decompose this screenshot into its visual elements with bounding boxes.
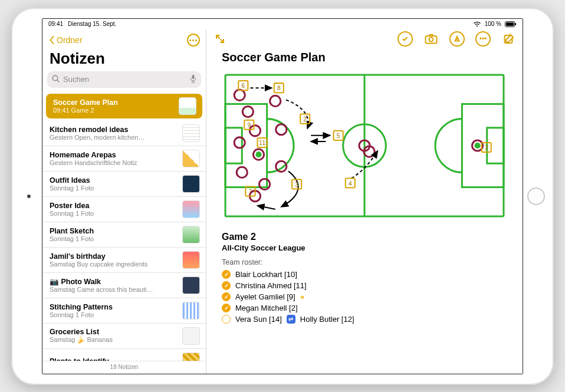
note-row[interactable]: Jamil's birthdaySamstag Buy cupcake ingr…	[42, 248, 206, 273]
svg-point-19	[234, 137, 245, 147]
status-bar: 09:41 Dienstag 15. Sept. 100 %	[42, 19, 523, 29]
roster-label: Team roster:	[222, 258, 507, 266]
roster-checkbox[interactable]	[222, 292, 231, 301]
note-row-subtitle: Sonntag 1 Foto	[50, 210, 178, 217]
roster-checkbox[interactable]	[222, 315, 231, 324]
note-thumbnail	[182, 353, 200, 361]
roster-name: Vera Sun [14]	[235, 315, 282, 324]
note-row[interactable]: Plant SketchSonntag 1 Foto	[42, 222, 206, 248]
svg-rect-15	[487, 127, 504, 163]
note-row-title: Poster Idea	[50, 202, 178, 210]
expand-button[interactable]	[212, 31, 228, 47]
search-input[interactable]: Suchen	[47, 71, 201, 88]
note-thumbnail	[182, 124, 200, 142]
note-row[interactable]: 📷 Photo WalkSamstag Came across this bea…	[42, 273, 206, 298]
roster-checkbox[interactable]	[222, 304, 231, 312]
svg-point-7	[429, 37, 433, 41]
sidebar-more-button[interactable]: •••	[187, 34, 200, 47]
svg-point-30	[255, 151, 261, 157]
note-row[interactable]: Poster IdeaSonntag 1 Foto	[42, 197, 206, 222]
svg-point-22	[236, 167, 247, 177]
roster-name: Blair Lockhart [10]	[235, 270, 297, 279]
roster-checkbox[interactable]	[222, 281, 231, 290]
camera-button[interactable]	[423, 31, 439, 47]
captain-dot-icon: ●	[300, 292, 305, 301]
note-row-title: Outfit Ideas	[50, 176, 178, 185]
roster-item[interactable]: Blair Lockhart [10]	[222, 269, 507, 280]
back-button[interactable]: Ordner	[48, 35, 83, 45]
note-row-subtitle: Sonntag 1 Foto	[50, 185, 178, 192]
svg-text:8: 8	[277, 85, 281, 91]
svg-text:5: 5	[337, 132, 340, 139]
note-row-subtitle: Samstag Came across this beauti…	[50, 286, 178, 293]
dictation-icon[interactable]	[190, 74, 196, 85]
note-row[interactable]: Stitching PatternsSonntag 1 Foto	[42, 298, 206, 324]
checklist-button[interactable]	[398, 31, 413, 47]
note-row[interactable]: Plants to Identify	[42, 349, 206, 361]
note-row-subtitle: Sonntag 1 Foto	[50, 311, 178, 318]
note-title: Soccer Game Plan	[222, 51, 507, 64]
svg-rect-5	[192, 75, 195, 79]
note-row[interactable]: Homemade ArepasGestern Handschriftliche …	[42, 146, 206, 172]
note-toolbar: •••	[206, 29, 523, 48]
note-row-title: Kitchen remodel ideas	[50, 126, 178, 134]
note-row[interactable]: Soccer Game Plan09:41 Game 2	[46, 94, 202, 118]
note-thumbnail	[182, 251, 200, 269]
note-row-title: Homemade Arepas	[50, 151, 178, 159]
roster-checkbox[interactable]	[222, 270, 231, 279]
note-body[interactable]: Soccer Game Plan	[206, 48, 523, 374]
back-label: Ordner	[57, 35, 83, 45]
note-row-subtitle: Samstag 🍌 Bananas	[50, 336, 178, 344]
roster-swap-name: Holly Butler [12]	[300, 315, 354, 324]
note-row-title: Stitching Patterns	[50, 303, 178, 311]
svg-text:9: 9	[248, 121, 251, 128]
notes-list[interactable]: Soccer Game Plan09:41 Game 2Kitchen remo…	[42, 91, 206, 361]
swap-icon: ⇄	[287, 315, 295, 324]
search-placeholder: Suchen	[63, 75, 89, 84]
note-thumbnail	[182, 226, 200, 243]
battery-icon	[505, 21, 517, 27]
note-row-subtitle: Samstag Buy cupcake ingredients	[50, 261, 178, 268]
sidebar-title: Notizen	[42, 48, 206, 71]
note-row[interactable]: Groceries ListSamstag 🍌 Bananas	[42, 324, 206, 349]
markup-button[interactable]	[449, 31, 465, 47]
roster-list: Blair Lockhart [10]Christina Ahmed [11]A…	[222, 269, 507, 325]
sidebar-header: Ordner •••	[42, 29, 206, 48]
note-subtitle: Game 2	[222, 232, 507, 242]
note-row-subtitle: Gestern Handschriftliche Notiz	[50, 159, 178, 166]
note-row-title: Plant Sketch	[50, 227, 178, 235]
note-row-title: Groceries List	[50, 328, 178, 336]
svg-point-25	[276, 124, 287, 134]
soccer-field-sketch: 68291153743	[222, 69, 507, 222]
roster-item[interactable]: Vera Sun [14] ⇄ Holly Butler [12]	[222, 314, 507, 325]
note-row[interactable]: Kitchen remodel ideasGestern Open, moder…	[42, 121, 206, 146]
roster-item[interactable]: Ayelet Gamliel [9] ●	[222, 291, 507, 302]
note-thumbnail	[182, 175, 200, 193]
statusbar-battery-text: 100 %	[485, 21, 501, 27]
svg-point-16	[234, 90, 245, 100]
roster-item[interactable]: Christina Ahmed [11]	[222, 280, 507, 291]
note-thumbnail	[182, 302, 200, 319]
note-thumbnail	[182, 200, 200, 218]
note-thumbnail	[182, 150, 200, 167]
sidebar: Ordner ••• Notizen Suchen	[42, 29, 206, 374]
note-row-subtitle: Sonntag 1 Foto	[50, 235, 178, 242]
svg-text:2: 2	[303, 116, 307, 122]
note-row-subtitle: 09:41 Game 2	[53, 107, 174, 114]
svg-text:3: 3	[485, 144, 488, 151]
note-row-subtitle: Gestern Open, modern kitchen…	[50, 134, 178, 141]
more-button[interactable]: •••	[475, 31, 491, 47]
svg-rect-2	[515, 23, 516, 25]
screen: 09:41 Dienstag 15. Sept. 100 %	[42, 18, 523, 374]
search-icon	[52, 75, 60, 84]
ipad-frame: 09:41 Dienstag 15. Sept. 100 %	[11, 8, 554, 385]
compose-button[interactable]	[501, 31, 517, 47]
home-button[interactable]	[527, 187, 545, 205]
roster-item[interactable]: Megan Mitchell [2]	[222, 302, 507, 314]
roster-name: Megan Mitchell [2]	[235, 304, 298, 312]
note-row[interactable]: Outfit IdeasSonntag 1 Foto	[42, 172, 206, 197]
roster-name: Christina Ahmed [11]	[235, 281, 307, 290]
app: Ordner ••• Notizen Suchen	[42, 29, 523, 374]
note-row-title: Jamil's birthday	[50, 252, 178, 261]
sidebar-footer: 18 Notizen	[42, 361, 206, 374]
